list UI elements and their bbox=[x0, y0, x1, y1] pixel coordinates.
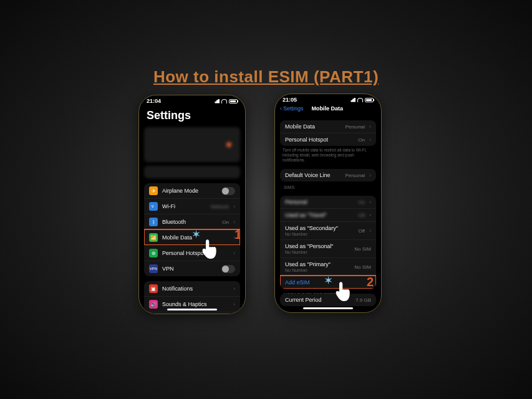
sim-sub: No Number bbox=[285, 250, 350, 254]
settings-title: Settings bbox=[139, 105, 245, 125]
airplane-icon: ✈ bbox=[149, 186, 158, 195]
sim-name: Used as "Secondary" bbox=[285, 225, 338, 231]
mobile-data-icon: 📶 bbox=[149, 233, 158, 242]
chevron-icon: › bbox=[233, 286, 235, 292]
status-icons bbox=[213, 99, 238, 103]
hint-text: Turn off mobile data to restrict all dat… bbox=[275, 146, 381, 164]
mobile-data-option-row[interactable]: Mobile Data Personal › bbox=[280, 120, 376, 133]
vpn-icon: VPN bbox=[149, 264, 158, 273]
chevron-icon: › bbox=[369, 199, 371, 205]
wifi-row-icon: ᯤ bbox=[149, 202, 158, 211]
notifications-row[interactable]: ▣ Notifications › bbox=[144, 281, 240, 296]
chevron-icon: › bbox=[369, 172, 371, 178]
default-voice-row[interactable]: Default Voice Line Personal › bbox=[280, 169, 376, 181]
wifi-value: Network bbox=[211, 204, 229, 209]
row-label: Used as "Travel" bbox=[285, 212, 354, 218]
bluetooth-value: On bbox=[222, 219, 229, 225]
sims-group: Personal On › Used as "Travel" Off › Use… bbox=[280, 196, 376, 289]
focus-row[interactable]: ☾ Focus › bbox=[144, 312, 240, 314]
row-value: No SIM bbox=[354, 264, 371, 270]
notifications-label: Notifications bbox=[162, 286, 229, 292]
nav-title: Mobile Data bbox=[279, 105, 376, 112]
wifi-icon bbox=[221, 99, 227, 103]
hotspot-row[interactable]: ⊚ Personal Hotspot › bbox=[144, 245, 240, 261]
signal-icon bbox=[349, 98, 355, 102]
airplane-mode-row[interactable]: ✈ Airplane Mode bbox=[144, 183, 240, 198]
step-number-2: 2 bbox=[367, 275, 374, 289]
bluetooth-label: Bluetooth bbox=[162, 219, 218, 225]
data-group: Mobile Data Personal › Personal Hotspot … bbox=[280, 120, 376, 146]
chevron-icon: › bbox=[369, 123, 371, 130]
chevron-icon: › bbox=[369, 212, 371, 218]
row-label: Default Voice Line bbox=[285, 172, 341, 178]
sounds-icon: 🔊 bbox=[149, 300, 158, 309]
chevron-icon: › bbox=[233, 219, 235, 225]
row-label: Used as "Primary" No Number bbox=[285, 261, 350, 272]
vpn-row[interactable]: VPN VPN bbox=[144, 261, 240, 276]
row-value: 7.9 GB bbox=[355, 297, 371, 303]
profile-block-blurred bbox=[144, 127, 240, 162]
tap-spark-icon: ✶ bbox=[324, 274, 333, 287]
notch bbox=[306, 94, 350, 102]
sims-section-label: SIMs bbox=[275, 181, 381, 191]
row-value: Personal bbox=[345, 124, 365, 130]
voice-group: Default Voice Line Personal › bbox=[280, 169, 376, 181]
hotspot-option-row[interactable]: Personal Hotspot On › bbox=[280, 133, 376, 146]
nav-bar: ‹ Settings Mobile Data bbox=[275, 104, 381, 114]
period-group: Current Period 7.9 GB bbox=[280, 294, 376, 306]
phone-settings: 21:04 Settings ✈ Airplane Mode ᯤ Wi-Fi N… bbox=[138, 95, 246, 314]
wifi-label: Wi-Fi bbox=[162, 203, 206, 209]
sim-name: Used as "Primary" bbox=[285, 261, 331, 267]
sim-row-1[interactable]: Personal On › bbox=[280, 196, 376, 208]
add-esim-row[interactable]: Add eSIM 2 ✶ bbox=[280, 276, 376, 289]
wifi-icon bbox=[357, 98, 363, 102]
sim-sub: No Number bbox=[285, 232, 354, 236]
mobile-data-row[interactable]: 📶 Mobile Data › 1 ✶ bbox=[144, 229, 240, 245]
chevron-icon: › bbox=[369, 137, 371, 143]
sim-row-secondary[interactable]: Used as "Secondary" No Number Off › bbox=[280, 221, 376, 239]
connectivity-group: ✈ Airplane Mode ᯤ Wi-Fi Network › ᛒ Blue… bbox=[144, 183, 240, 276]
page-title-text: How to install ESIM (PART1) bbox=[153, 67, 379, 86]
step-number-1: 1 bbox=[235, 228, 240, 242]
page-title: How to install ESIM (PART1) bbox=[0, 67, 532, 87]
airplane-toggle[interactable] bbox=[221, 187, 235, 195]
row-value: Personal bbox=[345, 173, 365, 178]
chevron-icon: › bbox=[233, 203, 235, 209]
status-icons bbox=[349, 98, 374, 102]
sim-row-personal[interactable]: Used as "Personal" No Number No SIM bbox=[280, 239, 376, 257]
hotspot-icon: ⊚ bbox=[149, 249, 158, 257]
vpn-toggle[interactable] bbox=[221, 265, 235, 273]
sim-row-2[interactable]: Used as "Travel" Off › bbox=[280, 208, 376, 221]
sim-name: Used as "Personal" bbox=[285, 243, 333, 249]
signal-icon bbox=[213, 99, 220, 103]
row-value: On bbox=[358, 200, 365, 205]
sounds-label: Sounds & Haptics bbox=[162, 301, 229, 307]
row-label: Personal Hotspot bbox=[285, 137, 354, 143]
bluetooth-icon: ᛒ bbox=[149, 218, 158, 226]
sim-sub: No Number bbox=[285, 268, 350, 272]
status-time: 21:05 bbox=[283, 97, 297, 103]
blurred-row bbox=[144, 166, 240, 178]
notifications-icon: ▣ bbox=[149, 284, 158, 293]
battery-icon bbox=[229, 99, 238, 103]
current-period-row[interactable]: Current Period 7.9 GB bbox=[280, 294, 376, 306]
row-label: Mobile Data bbox=[285, 123, 341, 130]
chevron-icon: › bbox=[369, 228, 371, 234]
airplane-label: Airplane Mode bbox=[162, 188, 217, 194]
row-value: On bbox=[358, 137, 365, 143]
hotspot-label: Personal Hotspot bbox=[162, 250, 229, 256]
row-value: Off bbox=[358, 213, 365, 218]
row-value: Off bbox=[358, 228, 365, 234]
sim-row-primary[interactable]: Used as "Primary" No Number No SIM bbox=[280, 257, 376, 276]
chevron-icon: › bbox=[233, 250, 235, 256]
phone-mobile-data: 21:05 ‹ Settings Mobile Data Mobile Data… bbox=[274, 94, 382, 313]
home-indicator bbox=[303, 307, 353, 309]
chevron-icon: › bbox=[233, 301, 235, 307]
tap-spark-icon: ✶ bbox=[191, 228, 201, 241]
row-value: No SIM bbox=[354, 246, 371, 252]
row-label: Used as "Personal" No Number bbox=[285, 243, 350, 254]
row-label: Personal bbox=[285, 199, 354, 205]
wifi-row[interactable]: ᯤ Wi-Fi Network › bbox=[144, 198, 240, 214]
scroll-area: Mobile Data Personal › Personal Hotspot … bbox=[275, 115, 381, 306]
status-time: 21:04 bbox=[147, 98, 161, 104]
